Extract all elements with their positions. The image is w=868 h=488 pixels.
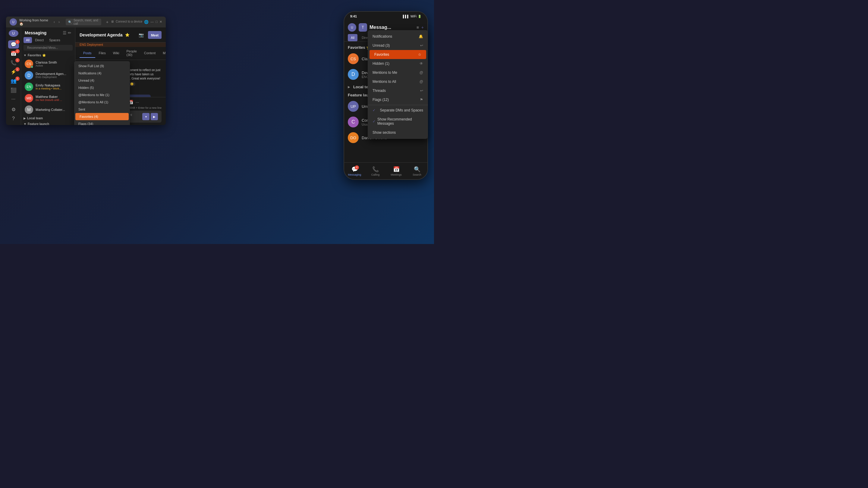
phone-status-icons: ▌▌▌ WiFi 🔋 [403,15,421,18]
mobile-dd-mentions-me[interactable]: Mentions to Me @ [368,68,428,77]
send-dropdown-button[interactable]: ▾ [142,113,150,120]
mobile-dd-hidden[interactable]: Hidden (1) 👁 [368,59,428,68]
matthew-info: Matthew Baker Do Not Disturb until ... [36,95,71,101]
filter-icon[interactable]: ☰ [63,30,67,35]
dropdown-show-full-list[interactable]: Show Full List (9) [74,62,130,70]
phone-compose-icon[interactable]: + [421,25,424,30]
maximize-button[interactable]: □ [156,20,158,24]
tab-meetings[interactable]: Meetings [159,49,166,58]
mobile-dd-flags[interactable]: Flags (12) ⚑ [368,95,428,104]
favorites-section-header[interactable]: ▼ Favorites ⭐ [21,53,75,58]
local-team-header[interactable]: ▶ Local team [21,116,75,121]
phone-tab-all[interactable]: All [348,34,358,41]
dropdown-flags[interactable]: Flags (34) [74,120,130,125]
phone-nav-meetings[interactable]: 📅 Meetings [386,166,407,176]
phone-avatar-dev: D [348,69,359,80]
signal-icon: ▌▌▌ [403,15,409,18]
connect-button[interactable]: 🖥 [111,20,114,24]
mobile-dd-threads[interactable]: Threads ↩ [368,86,428,95]
dropdown-mentions-me[interactable]: @Mentions to Me (1) [74,91,130,98]
sidebar-tab-direct[interactable]: Direct [33,37,46,43]
dev-status: ENG Deployment [36,76,71,78]
add-button[interactable]: + [106,20,108,24]
nav-rail: U 💬 5 📅 1 📞 1 ⚡ 1 👥 1 ⬛ [6,27,21,125]
phone-user-avatar[interactable]: U [348,23,356,32]
wifi-icon: WiFi [410,15,416,18]
mobile-dd-mentions-all[interactable]: Mentions to All @ [368,77,428,86]
tab-people[interactable]: People (30) [123,47,141,60]
sidebar-tab-spaces[interactable]: Spaces [47,37,63,43]
phone-nav-messaging[interactable]: 💬 Messaging 6 [344,166,365,176]
nav-back-button[interactable]: ‹ [53,19,56,25]
video-icon[interactable]: 📷 [138,33,144,37]
mobile-dd-unread[interactable]: Unread (3) ↩ [368,41,428,50]
tab-files[interactable]: Files [95,49,110,58]
settings-icon: ⚙ [11,107,16,112]
phone-meetings-label: Meetings [391,173,402,176]
feature-launch-header[interactable]: ▼ Feature launch [21,121,75,125]
nav-item-people[interactable]: 👥 1 [8,77,19,85]
meet-button[interactable]: Meet [148,31,161,39]
sidebar-tab-all[interactable]: All [24,37,32,43]
chat-star-icon[interactable]: ⭐ [125,33,130,37]
tab-posts[interactable]: Posts [80,49,95,58]
minimize-button[interactable]: — [150,20,154,24]
recommended-messages[interactable]: Recommended Mess... [24,45,73,51]
nav-item-settings[interactable]: ⚙ [8,105,19,113]
more-icon: ··· [11,96,16,102]
mobile-dd-favorites[interactable]: Favorites ☆ [370,50,426,59]
chat-item-marketing[interactable]: M Marketing Collater... [22,104,74,116]
dropdown-unread[interactable]: Unread (4) [74,77,130,84]
chat-header: Development Agenda ⭐ 📷 Meet [75,27,166,42]
mobile-mentions-me-label: Mentions to Me [373,70,397,75]
dropdown-sent[interactable]: Sent [74,106,130,113]
tab-wiki[interactable]: Wiki [110,49,123,58]
mobile-dropdown-menu: Notifications 🔔 Unread (3) ↩ Favorites ☆… [368,30,428,139]
nav-item-more[interactable]: ··· [8,95,19,103]
dropdown-favorites[interactable]: Favorites (4) [75,113,129,120]
mobile-dd-show-rec[interactable]: Show Recommended Messages [368,115,428,128]
phone-nav-search[interactable]: 🔍 Search [407,166,427,176]
chat-item-clarissa[interactable]: CS Clarissa Smith Active [22,58,74,70]
close-button[interactable]: ✕ [159,20,162,24]
search-bar[interactable]: 🔍 Search, meet, and call [66,19,101,25]
dropdown-hidden[interactable]: Hidden (5) [74,84,130,91]
compose-icon[interactable]: ✏ [68,30,71,35]
nav-item-messaging[interactable]: 💬 5 [8,40,19,48]
help-icon: ? [12,116,15,121]
chat-item-matthew[interactable]: MB Matthew Baker Do Not Disturb until ..… [22,93,74,104]
tab-content[interactable]: Content [141,49,159,58]
phone-search-label: Search [412,173,421,176]
emily-name: Emily Nakagawa [36,84,71,87]
favorites-menu-label: Favorites (4) [80,115,98,119]
favorites-label: Favorites [28,54,41,57]
mobile-dd-separate-dms[interactable]: Separate DMs and Spaces [368,106,428,115]
nav-item-apps[interactable]: ⬛ [8,86,19,94]
sent-label: Sent [79,107,85,111]
send-actions: ▾ ▶ [142,113,158,120]
mobile-dd-notifications[interactable]: Notifications 🔔 [368,32,428,41]
nav-item-calendar[interactable]: 📅 1 [8,50,19,58]
chat-item-dev-agenda[interactable]: D Development Agen... ENG Deployment [22,70,74,81]
avatar-clarissa: CS [25,60,33,68]
dropdown-notifications[interactable]: Notifications (4) [74,70,130,77]
nav-item-calls[interactable]: 📞 1 [8,59,19,67]
connect-label[interactable]: Connect to a device [116,20,142,24]
nav-buttons: ‹ › [53,19,61,25]
phone-local-expand: ▶ [348,85,350,89]
phone-nav-calling[interactable]: 📞 Calling [365,166,386,176]
online-indicator [31,66,33,68]
desktop-app: U Working from home 🏠 ‹ › 🔍 Search, meet… [6,17,166,125]
mentions-all-label: @Mentions to All (1) [79,100,108,104]
phone-list-icon[interactable]: ≡ [416,25,419,30]
chat-item-emily[interactable]: EN Emily Nakagawa In a meeting • Work... [22,81,74,93]
unread-label: Unread (4) [79,78,94,82]
more-options-icon[interactable]: ··· [135,100,139,104]
mobile-dd-show-sections[interactable]: Show sections [368,128,428,137]
nav-item-help[interactable]: ? [8,115,19,123]
user-nav-avatar[interactable]: U [9,30,19,37]
send-button[interactable]: ▶ [151,113,158,120]
nav-forward-button[interactable]: › [57,19,61,25]
dropdown-mentions-all[interactable]: @Mentions to All (1) [74,98,130,106]
nav-item-activity[interactable]: ⚡ 1 [8,68,19,76]
